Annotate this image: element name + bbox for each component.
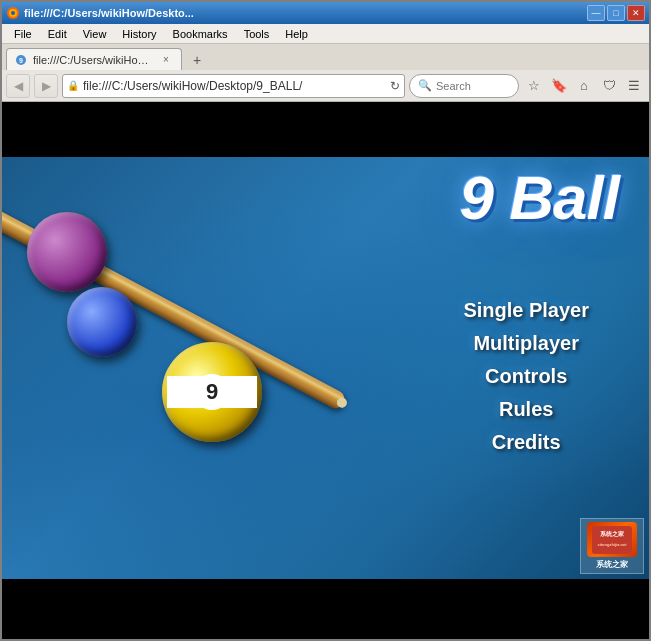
- menu-history[interactable]: History: [114, 26, 164, 42]
- title-bar-controls: — □ ✕: [587, 5, 645, 21]
- browser-icon: [6, 6, 20, 20]
- menu-edit[interactable]: Edit: [40, 26, 75, 42]
- tab-label: file:///C:/Users/wikiHow/Deskto...: [33, 54, 153, 66]
- menu-controls[interactable]: Controls: [453, 363, 599, 390]
- menu-single-player[interactable]: Single Player: [453, 297, 599, 324]
- home-button[interactable]: ⌂: [573, 75, 595, 97]
- title-bar-left: file:///C:/Users/wikiHow/Deskto...: [6, 6, 194, 20]
- tab-favicon: 9: [15, 54, 27, 66]
- search-input[interactable]: [436, 80, 506, 92]
- cue-tip: [335, 396, 349, 410]
- svg-text:9: 9: [19, 57, 23, 64]
- svg-text:xitongzhijia.net: xitongzhijia.net: [597, 542, 627, 547]
- menu-credits[interactable]: Credits: [453, 429, 599, 456]
- lock-icon: 🔒: [67, 80, 79, 91]
- bookmark-star-button[interactable]: ☆: [523, 75, 545, 97]
- maximize-button[interactable]: □: [607, 5, 625, 21]
- menu-view[interactable]: View: [75, 26, 115, 42]
- menu-bookmarks[interactable]: Bookmarks: [165, 26, 236, 42]
- menu-multiplayer[interactable]: Multiplayer: [453, 330, 599, 357]
- svg-point-2: [11, 11, 15, 15]
- tab-bar: 9 file:///C:/Users/wikiHow/Deskto... × +: [2, 44, 649, 70]
- watermark: 系统之家 xitongzhijia.net 系统之家: [580, 518, 644, 574]
- search-bar-wrapper: 🔍: [409, 74, 519, 98]
- ball-nine-circle: 9: [194, 374, 230, 410]
- window-title: file:///C:/Users/wikiHow/Deskto...: [24, 7, 194, 19]
- url-input[interactable]: [83, 79, 386, 93]
- ball-nine-number: 9: [206, 379, 218, 405]
- svg-text:系统之家: 系统之家: [600, 530, 625, 537]
- ball-purple: [27, 212, 107, 292]
- nav-bar: ◀ ▶ 🔒 ↻ 🔍 ☆ 🔖 ⌂ 🛡 ☰: [2, 70, 649, 102]
- toolbar-icons: ☆ 🔖 ⌂ 🛡 ☰: [523, 75, 645, 97]
- browser-window: file:///C:/Users/wikiHow/Deskto... — □ ✕…: [0, 0, 651, 641]
- menu-button[interactable]: ☰: [623, 75, 645, 97]
- content-area: 9 9 Ball Single Player Multiplayer Contr…: [2, 102, 649, 639]
- search-icon: 🔍: [418, 79, 432, 92]
- menu-help[interactable]: Help: [277, 26, 316, 42]
- shield-button[interactable]: 🛡: [598, 75, 620, 97]
- bookmark-add-button[interactable]: 🔖: [548, 75, 570, 97]
- black-bar-bottom: [2, 579, 649, 639]
- menu-bar: File Edit View History Bookmarks Tools H…: [2, 24, 649, 44]
- game-title: 9 Ball: [460, 162, 619, 233]
- url-bar-wrapper: 🔒 ↻: [62, 74, 405, 98]
- game-scene: 9 9 Ball Single Player Multiplayer Contr…: [2, 102, 649, 639]
- watermark-site: 系统之家: [596, 559, 628, 570]
- back-button[interactable]: ◀: [6, 74, 30, 98]
- ball-nine: 9: [162, 342, 262, 442]
- menu-file[interactable]: File: [6, 26, 40, 42]
- minimize-button[interactable]: —: [587, 5, 605, 21]
- watermark-logo: 系统之家 xitongzhijia.net: [587, 522, 637, 557]
- forward-button[interactable]: ▶: [34, 74, 58, 98]
- menu-rules[interactable]: Rules: [453, 396, 599, 423]
- tab-close-button[interactable]: ×: [159, 53, 173, 67]
- refresh-button[interactable]: ↻: [390, 79, 400, 93]
- active-tab[interactable]: 9 file:///C:/Users/wikiHow/Deskto... ×: [6, 48, 182, 70]
- ball-blue: [67, 287, 137, 357]
- new-tab-button[interactable]: +: [186, 50, 208, 70]
- title-bar: file:///C:/Users/wikiHow/Deskto... — □ ✕: [2, 2, 649, 24]
- menu-tools[interactable]: Tools: [236, 26, 278, 42]
- close-button[interactable]: ✕: [627, 5, 645, 21]
- black-bar-top: [2, 102, 649, 157]
- game-menu: Single Player Multiplayer Controls Rules…: [453, 297, 599, 456]
- watermark-box: 系统之家 xitongzhijia.net 系统之家: [580, 518, 644, 574]
